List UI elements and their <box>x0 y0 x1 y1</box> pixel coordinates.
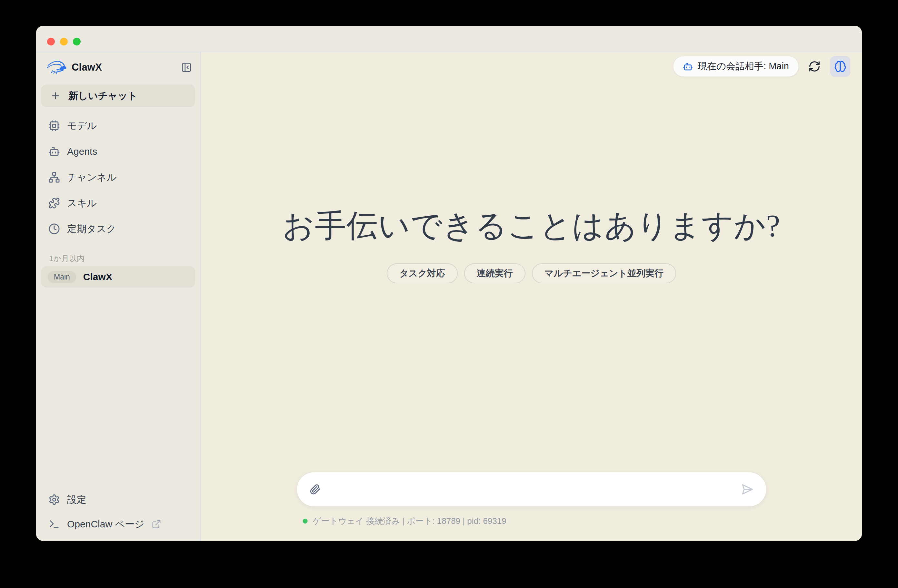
chip-continuous-run[interactable]: 連続実行 <box>464 263 526 283</box>
close-window-button[interactable] <box>47 38 55 46</box>
sidebar-item-scheduled-tasks[interactable]: 定期タスク <box>36 216 200 242</box>
nav-label: 定期タスク <box>67 223 116 236</box>
hero-title: お手伝いできることはありますか? <box>201 206 862 245</box>
terminal-icon <box>48 518 60 530</box>
refresh-button[interactable] <box>808 60 821 72</box>
titlebar[interactable] <box>36 26 862 52</box>
memory-button[interactable] <box>830 56 850 77</box>
current-agent-label: 現在の会話相手: Main <box>698 60 789 73</box>
zoom-window-button[interactable] <box>73 38 81 46</box>
chip-task-support[interactable]: タスク対応 <box>387 263 458 283</box>
brand-title: ClawX <box>72 61 102 73</box>
gear-icon <box>48 494 60 505</box>
collapse-sidebar-button[interactable] <box>181 62 192 73</box>
cpu-icon <box>48 120 60 132</box>
sidebar-item-openclaw-page[interactable]: OpenClaw ページ <box>36 512 168 536</box>
desktop-background: ClawX 新しいチャット <box>0 0 898 588</box>
window-controls <box>47 38 81 46</box>
nav-label: チャンネル <box>67 171 117 184</box>
suggestion-chips: タスク対応 連続実行 マルチエージェント並列実行 <box>201 263 862 283</box>
composer <box>297 472 766 507</box>
history-item-title: ClawX <box>83 272 112 282</box>
sidebar-spacer <box>36 287 200 487</box>
top-actions: 現在の会話相手: Main <box>673 56 850 77</box>
sidebar: ClawX 新しいチャット <box>36 52 201 541</box>
new-chat-label: 新しいチャット <box>68 89 137 103</box>
new-chat-button[interactable]: 新しいチャット <box>41 84 195 107</box>
send-button[interactable] <box>741 483 753 496</box>
nav-label: スキル <box>67 197 97 210</box>
lobster-logo-icon <box>46 59 68 76</box>
window-body: ClawX 新しいチャット <box>36 52 862 541</box>
chip-multi-agent-parallel[interactable]: マルチエージェント並列実行 <box>532 263 676 283</box>
robot-icon <box>48 146 60 157</box>
sidebar-item-agents[interactable]: Agents <box>36 139 200 164</box>
app-window: ClawX 新しいチャット <box>36 26 862 541</box>
plus-icon <box>50 91 61 101</box>
minimize-window-button[interactable] <box>60 38 68 46</box>
refresh-icon <box>808 60 821 72</box>
nav-label: モデル <box>67 119 97 132</box>
puzzle-icon <box>48 197 60 209</box>
agent-badge: Main <box>48 271 76 283</box>
send-icon <box>741 483 753 496</box>
sidebar-footer: 設定 OpenClaw ページ <box>36 487 200 536</box>
robot-icon <box>683 61 693 72</box>
sidebar-item-settings[interactable]: 設定 <box>36 487 93 512</box>
brain-icon <box>834 60 846 72</box>
sidebar-item-models[interactable]: モデル <box>36 113 200 139</box>
sidebar-nav: モデル Agents <box>36 113 200 242</box>
nav-label: 設定 <box>67 493 86 507</box>
gateway-status: ゲートウェイ 接続済み | ポート: 18789 | pid: 69319 <box>297 516 766 527</box>
chat-input[interactable] <box>329 484 732 495</box>
current-agent-pill[interactable]: 現在の会話相手: Main <box>673 56 799 77</box>
attach-button[interactable] <box>310 484 321 495</box>
sidebar-item-skills[interactable]: スキル <box>36 190 200 216</box>
sidebar-header: ClawX <box>36 52 200 77</box>
panel-left-close-icon <box>181 62 192 73</box>
gateway-status-text: ゲートウェイ 接続済み | ポート: 18789 | pid: 69319 <box>312 516 506 527</box>
history-item-clawx[interactable]: Main ClawX <box>41 266 195 287</box>
history-section-label: 1か月以内 <box>36 255 200 263</box>
sidebar-item-channels[interactable]: チャンネル <box>36 164 200 190</box>
paperclip-icon <box>310 484 321 495</box>
chat-main: 現在の会話相手: Main <box>201 52 862 541</box>
status-dot-icon <box>303 519 308 524</box>
external-link-icon <box>152 519 161 529</box>
hero: お手伝いできることはありますか? タスク対応 連続実行 マルチエージェント並列実… <box>201 206 862 283</box>
network-icon <box>48 172 60 183</box>
nav-label: OpenClaw ページ <box>67 518 145 531</box>
nav-label: Agents <box>67 146 97 157</box>
clock-icon <box>48 223 60 235</box>
